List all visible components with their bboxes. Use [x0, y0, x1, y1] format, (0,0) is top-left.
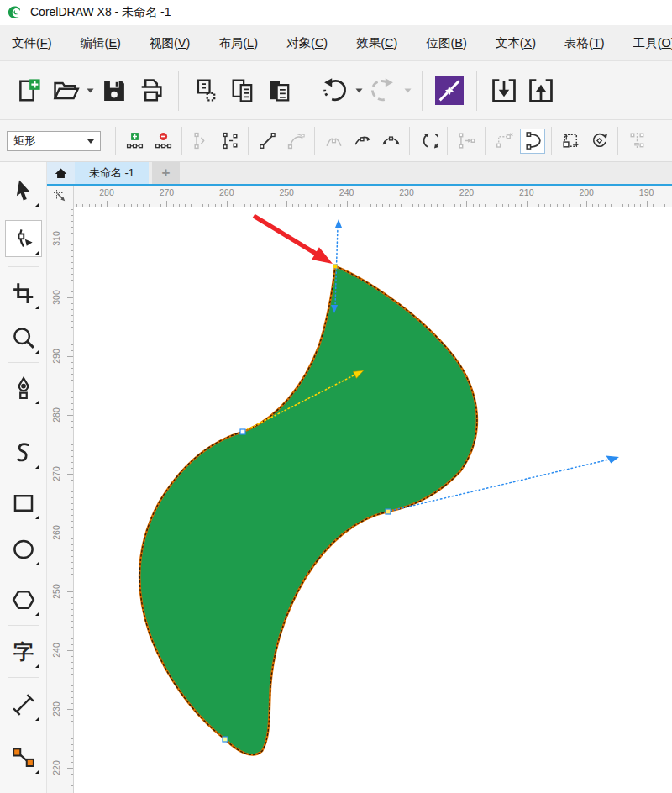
import-button[interactable] — [486, 72, 522, 109]
menu-item-6[interactable]: 效果(C) — [356, 35, 397, 51]
ruler-origin[interactable] — [47, 186, 74, 207]
reverse-direction-button[interactable] — [416, 129, 441, 154]
convert-to-line-button[interactable] — [255, 129, 280, 154]
new-tab-button[interactable]: + — [152, 162, 180, 184]
ruler-tick — [71, 780, 74, 780]
red-annotation-arrow — [254, 216, 333, 264]
open-button[interactable] — [47, 72, 84, 109]
content-exchange-button[interactable] — [431, 72, 468, 109]
print-button[interactable] — [133, 72, 170, 109]
ruler-tick — [67, 415, 73, 416]
handle-arrow-right[interactable] — [606, 456, 619, 464]
toolbar-separator — [422, 71, 423, 111]
ruler-tick — [563, 204, 564, 207]
ruler-tick — [71, 321, 74, 322]
node-left[interactable] — [240, 429, 245, 434]
add-node-button[interactable] — [122, 129, 147, 154]
document-tab-active[interactable]: 未命名 -1 — [75, 162, 149, 184]
ruler-tick — [449, 204, 449, 207]
cusp-node-button[interactable] — [321, 129, 346, 154]
extract-subpath-button[interactable] — [454, 129, 479, 154]
propbar-separator — [447, 127, 448, 155]
shape-tool[interactable] — [5, 220, 42, 257]
new-document-button[interactable] — [10, 72, 47, 109]
node-top-selected[interactable] — [333, 265, 338, 269]
green-s-curve-object[interactable] — [139, 266, 477, 754]
artistic-media-tool[interactable] — [5, 434, 42, 471]
redo-dropdown-arrow[interactable] — [402, 72, 413, 109]
save-button[interactable] — [96, 72, 133, 109]
export-button[interactable] — [522, 72, 559, 109]
redo-button[interactable] — [365, 72, 402, 109]
paste-button[interactable] — [261, 72, 298, 109]
title-bar: CorelDRAW X8 - 未命名 -1 — [0, 0, 672, 25]
cut-button[interactable] — [187, 72, 224, 109]
ruler-label: 230 — [399, 187, 414, 197]
crop-tool[interactable] — [5, 275, 42, 312]
propbar-separator — [181, 127, 182, 155]
flyout-indicator — [35, 349, 39, 354]
rectangle-tool[interactable] — [5, 485, 42, 522]
undo-dropdown-arrow[interactable] — [353, 72, 365, 109]
node-right[interactable] — [386, 509, 391, 514]
polygon-tool[interactable] — [5, 581, 42, 618]
menu-item-2[interactable]: 编辑(E) — [81, 35, 121, 51]
ruler-tick — [71, 233, 74, 234]
ruler-tick — [424, 204, 425, 207]
handle-arrow-up[interactable] — [335, 219, 342, 228]
ruler-tick — [71, 638, 74, 639]
parallel-dimension-tool[interactable] — [5, 686, 42, 723]
menu-item-10[interactable]: 工具(O) — [633, 35, 672, 51]
rotate-skew-nodes-button[interactable] — [586, 129, 612, 154]
ruler-tick — [502, 204, 503, 207]
standard-toolbar — [0, 61, 672, 120]
open-dropdown-arrow[interactable] — [84, 72, 96, 109]
ellipse-tool[interactable] — [5, 531, 42, 568]
property-bar: 矩形 — [0, 120, 672, 162]
connector-tool[interactable] — [5, 739, 42, 776]
vertical-ruler[interactable]: 310300290280270260250240230220 — [47, 207, 74, 793]
align-nodes-button[interactable] — [624, 129, 649, 154]
shape-type-dropdown[interactable]: 矩形 — [7, 131, 101, 151]
convert-to-curve-button[interactable] — [283, 129, 308, 154]
undo-button[interactable] — [316, 72, 353, 109]
ruler-tick — [71, 439, 74, 439]
pick-tool[interactable] — [5, 172, 42, 209]
smooth-node-button[interactable] — [349, 129, 375, 154]
menu-item-8[interactable]: 文本(X) — [496, 35, 536, 51]
flyout-indicator — [35, 717, 39, 721]
ruler-tick — [71, 568, 74, 569]
menu-item-9[interactable]: 表格(T) — [564, 35, 605, 51]
stretch-scale-nodes-button[interactable] — [558, 129, 583, 154]
home-tab-button[interactable] — [47, 162, 75, 184]
ruler-tick — [239, 204, 239, 207]
drawing-canvas[interactable] — [74, 207, 672, 793]
toolbar-separator — [178, 71, 179, 111]
node-bottom[interactable] — [223, 737, 228, 742]
flyout-indicator — [35, 515, 39, 519]
ruler-tick — [485, 204, 486, 207]
join-nodes-button[interactable] — [188, 129, 213, 154]
flyout-indicator — [35, 769, 39, 774]
ruler-tick — [71, 291, 74, 292]
ruler-tick — [71, 409, 74, 410]
break-node-button[interactable] — [217, 129, 242, 154]
extend-curve-to-close-button[interactable] — [491, 129, 517, 154]
close-curve-button[interactable] — [520, 129, 545, 154]
ruler-tick — [71, 227, 74, 228]
ruler-tick — [317, 204, 318, 207]
zoom-tool[interactable] — [5, 319, 42, 356]
menu-item-7[interactable]: 位图(B) — [426, 35, 466, 51]
symmetrical-node-button[interactable] — [378, 129, 403, 154]
pen-tool[interactable] — [5, 370, 42, 407]
copy-button[interactable] — [224, 72, 261, 109]
horizontal-ruler[interactable]: 280270260250240230220210200190 — [74, 186, 672, 207]
menu-item-3[interactable]: 视图(V) — [150, 35, 190, 51]
ruler-label: 240 — [51, 643, 61, 658]
text-tool[interactable]: 字 — [5, 633, 42, 670]
menu-item-1[interactable]: 文件(F) — [12, 35, 52, 51]
delete-node-button[interactable] — [150, 129, 176, 154]
ruler-tick — [71, 256, 74, 257]
menu-item-5[interactable]: 对象(C) — [286, 35, 328, 51]
menu-item-4[interactable]: 布局(L) — [218, 35, 258, 51]
